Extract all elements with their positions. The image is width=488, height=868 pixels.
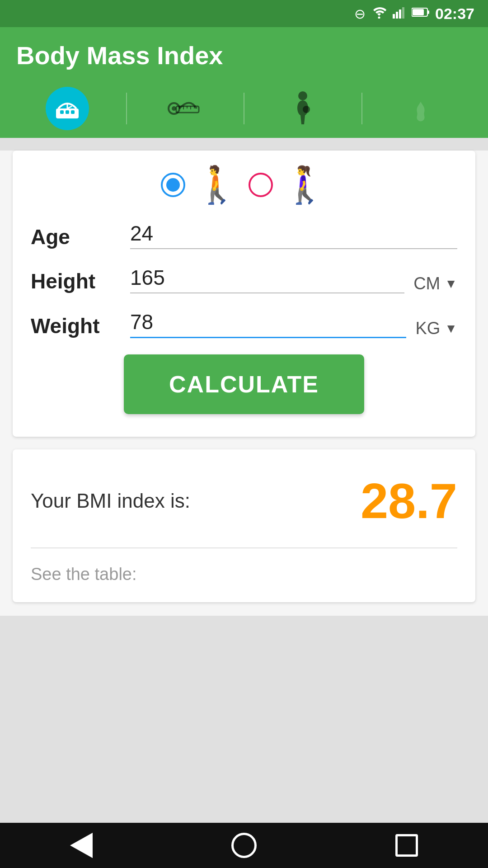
tab-bmi[interactable] — [9, 79, 126, 138]
age-row: Age — [31, 221, 457, 249]
weight-label: Weight — [31, 314, 121, 338]
svg-rect-11 — [60, 110, 64, 114]
bmi-icon — [54, 95, 81, 122]
weight-unit-dropdown[interactable]: KG ▼ — [415, 319, 457, 338]
height-label: Height — [31, 269, 121, 293]
nav-recents-button[interactable] — [389, 827, 425, 863]
svg-point-0 — [378, 16, 380, 19]
height-dropdown-arrow: ▼ — [445, 277, 457, 291]
nav-home-button[interactable] — [226, 827, 262, 863]
svg-point-23 — [303, 106, 310, 113]
app-bar: Body Mass Index — [0, 27, 488, 79]
height-unit-dropdown[interactable]: CM ▼ — [413, 274, 457, 293]
bmi-result-value: 28.7 — [361, 472, 457, 529]
age-input-wrap — [130, 221, 457, 249]
back-icon — [70, 833, 93, 858]
age-input[interactable] — [130, 221, 457, 245]
svg-rect-7 — [413, 9, 424, 15]
silhouette-icon — [291, 90, 314, 127]
see-table-label: See the table: — [31, 565, 457, 584]
bmi-tab-icon-circle — [46, 87, 89, 130]
svg-rect-3 — [399, 9, 401, 19]
male-figure: 🚶 — [194, 167, 239, 203]
height-row: Height CM ▼ — [31, 265, 457, 293]
bmi-result-row: Your BMI index is: 28.7 — [31, 472, 457, 529]
height-unit-label: CM — [413, 274, 440, 293]
svg-rect-12 — [66, 110, 69, 114]
status-time: 02:37 — [435, 5, 474, 23]
measure-icon — [167, 93, 203, 124]
bottom-nav — [0, 823, 488, 868]
dnd-icon: ⊖ — [354, 6, 366, 22]
weight-row: Weight KG ▼ — [31, 310, 457, 338]
app-title: Body Mass Index — [16, 41, 472, 70]
svg-point-22 — [298, 91, 307, 100]
result-divider — [31, 547, 457, 548]
calories-icon — [407, 90, 434, 127]
age-label: Age — [31, 225, 121, 249]
svg-rect-6 — [427, 10, 429, 14]
calculate-btn-wrap: CALCULATE — [31, 354, 457, 414]
result-card: Your BMI index is: 28.7 See the table: — [13, 449, 475, 602]
battery-icon — [412, 6, 430, 21]
height-input-wrap — [130, 265, 404, 293]
female-figure: 🚶‍♀️ — [282, 167, 327, 203]
tab-bar — [0, 79, 488, 138]
weight-unit-label: KG — [415, 319, 440, 338]
weight-input[interactable] — [130, 310, 406, 334]
bmi-result-label: Your BMI index is: — [31, 490, 190, 512]
svg-rect-4 — [402, 7, 404, 19]
signal-icon — [393, 6, 406, 22]
male-radio[interactable] — [161, 173, 185, 197]
recents-icon — [395, 834, 418, 857]
home-icon — [231, 833, 257, 858]
weight-input-wrap — [130, 310, 406, 338]
wifi-icon — [371, 6, 387, 22]
weight-dropdown-arrow: ▼ — [445, 321, 457, 336]
gender-row: 🚶 🚶‍♀️ — [31, 167, 457, 203]
svg-rect-2 — [396, 12, 398, 19]
nav-back-button[interactable] — [63, 827, 99, 863]
svg-rect-1 — [393, 14, 395, 19]
calculate-button[interactable]: CALCULATE — [124, 354, 364, 414]
tab-measure[interactable] — [127, 79, 244, 138]
status-icons: ⊖ 02:37 — [354, 5, 474, 23]
female-radio[interactable] — [249, 173, 273, 197]
svg-rect-13 — [71, 110, 75, 114]
height-input[interactable] — [130, 265, 404, 290]
main-content: 🚶 🚶‍♀️ Age Height CM ▼ Weight — [0, 151, 488, 616]
tab-calories[interactable] — [362, 79, 479, 138]
form-card: 🚶 🚶‍♀️ Age Height CM ▼ Weight — [13, 151, 475, 437]
status-bar: ⊖ 02:37 — [0, 0, 488, 27]
tab-silhouette[interactable] — [244, 79, 361, 138]
